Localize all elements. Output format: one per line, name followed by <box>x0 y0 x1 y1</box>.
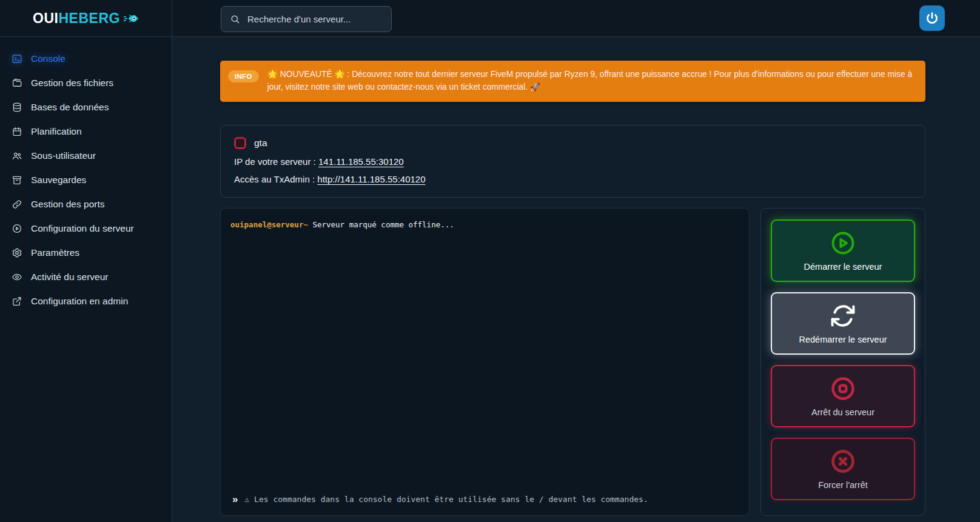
play-circle-icon <box>830 230 856 256</box>
server-txadmin-line: Accès au TxAdmin : http://141.11.185.55:… <box>234 174 911 184</box>
eye-icon <box>12 272 22 283</box>
sidebar-item-label: Activité du serveur <box>31 272 109 283</box>
sidebar-item-label: Console <box>31 53 65 64</box>
search-icon <box>230 14 240 24</box>
users-icon <box>12 150 22 161</box>
x-circle-icon <box>830 448 856 475</box>
logo-primary: OUI <box>33 10 58 26</box>
sidebar-item-parametres[interactable]: Paramètres <box>0 241 172 265</box>
sidebar-item-configuration-serveur[interactable]: Configuration du serveur <box>0 216 172 241</box>
link-icon <box>12 199 22 210</box>
sidebar-item-gestion-fichiers[interactable]: Gestion des fichiers <box>0 71 172 95</box>
console-panel: ouipanel@serveur~ Serveur marqué comme o… <box>220 208 750 516</box>
sidebar-item-gestion-ports[interactable]: Gestion des ports <box>0 192 172 216</box>
logo-text: OUIHEBERG <box>33 10 120 27</box>
folder-icon <box>12 78 22 89</box>
rocket-icon <box>123 13 139 24</box>
force-stop-button[interactable]: Forcer l'arrêt <box>771 438 915 500</box>
info-badge: INFO <box>228 70 259 82</box>
topbar <box>172 0 980 37</box>
action-label: Démarrer le serveur <box>804 262 882 272</box>
server-txadmin-link[interactable]: http://141.11.185.55:40120 <box>317 174 425 184</box>
console-command-input[interactable] <box>244 495 737 504</box>
server-name: gta <box>254 138 267 149</box>
console-input-prefix: » <box>232 494 238 504</box>
sidebar: OUIHEBERG Console Gestion des fichiers B… <box>0 0 172 522</box>
console-message: Serveur marqué comme offline... <box>312 220 454 229</box>
search-box[interactable] <box>221 6 392 32</box>
restart-icon <box>830 303 856 329</box>
server-txadmin-label: Accès au TxAdmin : <box>234 174 315 184</box>
stop-server-button[interactable]: Arrêt du serveur <box>771 365 915 427</box>
info-banner-text: 🌟 NOUVEAUTÉ 🌟 : Découvrez notre tout der… <box>267 67 916 94</box>
sidebar-item-console[interactable]: Console <box>0 47 172 71</box>
sidebar-item-label: Gestion des fichiers <box>31 78 113 89</box>
sidebar-item-sous-utilisateur[interactable]: Sous-utilisateur <box>0 144 172 168</box>
archive-icon <box>12 175 22 186</box>
power-icon <box>925 11 939 25</box>
logo-secondary: HEBERG <box>58 10 119 26</box>
sidebar-item-label: Gestion des ports <box>31 199 104 210</box>
sidebar-item-label: Configuration du serveur <box>31 223 134 234</box>
console-output: ouipanel@serveur~ Serveur marqué comme o… <box>230 219 739 231</box>
logout-power-button[interactable] <box>919 5 945 31</box>
sidebar-item-label: Sauvegardes <box>31 175 86 186</box>
sidebar-item-configuration-admin[interactable]: Configuration en admin <box>0 289 172 313</box>
sidebar-nav: Console Gestion des fichiers Bases de do… <box>0 37 172 313</box>
search-input[interactable] <box>247 14 383 24</box>
info-banner: INFO 🌟 NOUVEAUTÉ 🌟 : Découvrez notre tou… <box>220 61 925 102</box>
stop-circle-icon <box>830 375 856 402</box>
terminal-icon <box>12 53 22 64</box>
server-ip-line: IP de votre serveur : 141.11.185.55:3012… <box>234 156 911 167</box>
sidebar-item-bases-donnees[interactable]: Bases de données <box>0 95 172 119</box>
sidebar-item-activite-serveur[interactable]: Activité du serveur <box>0 265 172 289</box>
action-label: Redémarrer le serveur <box>799 335 887 344</box>
server-ip-label: IP de votre serveur : <box>234 156 316 167</box>
database-icon <box>12 102 22 113</box>
server-status-indicator <box>234 137 246 149</box>
calendar-icon <box>12 126 22 137</box>
sidebar-item-label: Paramètres <box>31 247 79 258</box>
external-link-icon <box>12 296 22 307</box>
sidebar-item-label: Sous-utilisateur <box>31 150 96 161</box>
main-content: INFO 🌟 NOUVEAUTÉ 🌟 : Découvrez notre tou… <box>172 37 980 522</box>
play-circle-icon <box>12 223 22 234</box>
logo[interactable]: OUIHEBERG <box>0 0 172 37</box>
sidebar-item-planification[interactable]: Planification <box>0 119 172 144</box>
console-input-row: » <box>230 494 739 508</box>
sidebar-item-label: Configuration en admin <box>31 296 128 307</box>
server-actions-panel: Démarrer le serveur Redémarrer le serveu… <box>760 208 925 516</box>
gear-icon <box>12 247 22 258</box>
server-info-card: gta IP de votre serveur : 141.11.185.55:… <box>220 125 925 198</box>
console-prompt: ouipanel@serveur~ <box>230 220 308 229</box>
server-ip-link[interactable]: 141.11.185.55:30120 <box>318 156 404 167</box>
sidebar-item-label: Planification <box>31 126 82 137</box>
action-label: Forcer l'arrêt <box>818 480 868 490</box>
sidebar-item-sauvegardes[interactable]: Sauvegardes <box>0 168 172 192</box>
restart-server-button[interactable]: Redémarrer le serveur <box>771 292 915 355</box>
start-server-button[interactable]: Démarrer le serveur <box>771 219 915 282</box>
sidebar-item-label: Bases de données <box>31 102 109 113</box>
action-label: Arrêt du serveur <box>811 407 874 417</box>
